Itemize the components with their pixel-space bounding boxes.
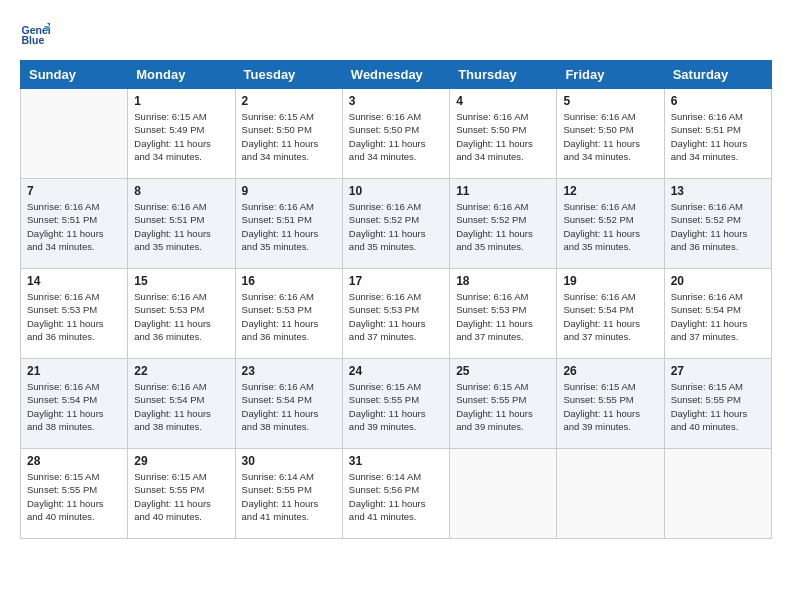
day-number: 13: [671, 184, 765, 198]
day-info: Sunrise: 6:16 AM Sunset: 5:53 PM Dayligh…: [242, 290, 336, 343]
day-info: Sunrise: 6:15 AM Sunset: 5:55 PM Dayligh…: [671, 380, 765, 433]
calendar-day-cell: 16Sunrise: 6:16 AM Sunset: 5:53 PM Dayli…: [235, 269, 342, 359]
day-info: Sunrise: 6:16 AM Sunset: 5:52 PM Dayligh…: [563, 200, 657, 253]
day-info: Sunrise: 6:15 AM Sunset: 5:55 PM Dayligh…: [349, 380, 443, 433]
day-info: Sunrise: 6:16 AM Sunset: 5:53 PM Dayligh…: [27, 290, 121, 343]
day-info: Sunrise: 6:15 AM Sunset: 5:55 PM Dayligh…: [563, 380, 657, 433]
day-info: Sunrise: 6:16 AM Sunset: 5:50 PM Dayligh…: [563, 110, 657, 163]
day-info: Sunrise: 6:16 AM Sunset: 5:54 PM Dayligh…: [242, 380, 336, 433]
logo: General Blue: [20, 20, 54, 50]
day-info: Sunrise: 6:15 AM Sunset: 5:49 PM Dayligh…: [134, 110, 228, 163]
day-number: 4: [456, 94, 550, 108]
calendar-day-cell: 18Sunrise: 6:16 AM Sunset: 5:53 PM Dayli…: [450, 269, 557, 359]
day-number: 1: [134, 94, 228, 108]
calendar-week-row: 28Sunrise: 6:15 AM Sunset: 5:55 PM Dayli…: [21, 449, 772, 539]
calendar-day-cell: 12Sunrise: 6:16 AM Sunset: 5:52 PM Dayli…: [557, 179, 664, 269]
calendar-day-cell: 27Sunrise: 6:15 AM Sunset: 5:55 PM Dayli…: [664, 359, 771, 449]
calendar-header-row: SundayMondayTuesdayWednesdayThursdayFrid…: [21, 61, 772, 89]
calendar-day-cell: 31Sunrise: 6:14 AM Sunset: 5:56 PM Dayli…: [342, 449, 449, 539]
day-number: 16: [242, 274, 336, 288]
day-number: 19: [563, 274, 657, 288]
calendar-day-cell: 3Sunrise: 6:16 AM Sunset: 5:50 PM Daylig…: [342, 89, 449, 179]
day-number: 10: [349, 184, 443, 198]
day-number: 8: [134, 184, 228, 198]
day-number: 18: [456, 274, 550, 288]
calendar-day-cell: 1Sunrise: 6:15 AM Sunset: 5:49 PM Daylig…: [128, 89, 235, 179]
page-header: General Blue: [20, 20, 772, 50]
day-number: 12: [563, 184, 657, 198]
day-number: 30: [242, 454, 336, 468]
calendar-day-cell: 4Sunrise: 6:16 AM Sunset: 5:50 PM Daylig…: [450, 89, 557, 179]
calendar-day-cell: 15Sunrise: 6:16 AM Sunset: 5:53 PM Dayli…: [128, 269, 235, 359]
day-of-week-header: Thursday: [450, 61, 557, 89]
calendar-day-cell: 23Sunrise: 6:16 AM Sunset: 5:54 PM Dayli…: [235, 359, 342, 449]
day-of-week-header: Monday: [128, 61, 235, 89]
calendar-day-cell: 22Sunrise: 6:16 AM Sunset: 5:54 PM Dayli…: [128, 359, 235, 449]
day-of-week-header: Saturday: [664, 61, 771, 89]
calendar-day-cell: 25Sunrise: 6:15 AM Sunset: 5:55 PM Dayli…: [450, 359, 557, 449]
day-number: 11: [456, 184, 550, 198]
day-info: Sunrise: 6:16 AM Sunset: 5:52 PM Dayligh…: [349, 200, 443, 253]
day-number: 31: [349, 454, 443, 468]
calendar-day-cell: [450, 449, 557, 539]
day-number: 29: [134, 454, 228, 468]
day-info: Sunrise: 6:16 AM Sunset: 5:54 PM Dayligh…: [134, 380, 228, 433]
day-info: Sunrise: 6:14 AM Sunset: 5:55 PM Dayligh…: [242, 470, 336, 523]
day-number: 25: [456, 364, 550, 378]
day-info: Sunrise: 6:15 AM Sunset: 5:55 PM Dayligh…: [134, 470, 228, 523]
calendar-day-cell: 19Sunrise: 6:16 AM Sunset: 5:54 PM Dayli…: [557, 269, 664, 359]
day-number: 20: [671, 274, 765, 288]
logo-icon: General Blue: [20, 20, 50, 50]
day-number: 27: [671, 364, 765, 378]
calendar-day-cell: 29Sunrise: 6:15 AM Sunset: 5:55 PM Dayli…: [128, 449, 235, 539]
calendar-day-cell: 14Sunrise: 6:16 AM Sunset: 5:53 PM Dayli…: [21, 269, 128, 359]
day-info: Sunrise: 6:16 AM Sunset: 5:53 PM Dayligh…: [456, 290, 550, 343]
day-info: Sunrise: 6:16 AM Sunset: 5:52 PM Dayligh…: [671, 200, 765, 253]
day-number: 21: [27, 364, 121, 378]
day-number: 24: [349, 364, 443, 378]
calendar-day-cell: 2Sunrise: 6:15 AM Sunset: 5:50 PM Daylig…: [235, 89, 342, 179]
day-number: 9: [242, 184, 336, 198]
calendar-day-cell: [557, 449, 664, 539]
day-info: Sunrise: 6:14 AM Sunset: 5:56 PM Dayligh…: [349, 470, 443, 523]
calendar-day-cell: 9Sunrise: 6:16 AM Sunset: 5:51 PM Daylig…: [235, 179, 342, 269]
day-info: Sunrise: 6:16 AM Sunset: 5:54 PM Dayligh…: [563, 290, 657, 343]
calendar-week-row: 7Sunrise: 6:16 AM Sunset: 5:51 PM Daylig…: [21, 179, 772, 269]
day-number: 7: [27, 184, 121, 198]
calendar-day-cell: 6Sunrise: 6:16 AM Sunset: 5:51 PM Daylig…: [664, 89, 771, 179]
day-info: Sunrise: 6:16 AM Sunset: 5:51 PM Dayligh…: [671, 110, 765, 163]
calendar-day-cell: 8Sunrise: 6:16 AM Sunset: 5:51 PM Daylig…: [128, 179, 235, 269]
day-info: Sunrise: 6:16 AM Sunset: 5:50 PM Dayligh…: [349, 110, 443, 163]
day-info: Sunrise: 6:16 AM Sunset: 5:51 PM Dayligh…: [27, 200, 121, 253]
calendar-day-cell: 21Sunrise: 6:16 AM Sunset: 5:54 PM Dayli…: [21, 359, 128, 449]
calendar-table: SundayMondayTuesdayWednesdayThursdayFrid…: [20, 60, 772, 539]
day-info: Sunrise: 6:15 AM Sunset: 5:55 PM Dayligh…: [456, 380, 550, 433]
day-of-week-header: Tuesday: [235, 61, 342, 89]
calendar-week-row: 1Sunrise: 6:15 AM Sunset: 5:49 PM Daylig…: [21, 89, 772, 179]
day-number: 6: [671, 94, 765, 108]
day-number: 17: [349, 274, 443, 288]
calendar-day-cell: 11Sunrise: 6:16 AM Sunset: 5:52 PM Dayli…: [450, 179, 557, 269]
day-info: Sunrise: 6:16 AM Sunset: 5:51 PM Dayligh…: [134, 200, 228, 253]
day-info: Sunrise: 6:16 AM Sunset: 5:50 PM Dayligh…: [456, 110, 550, 163]
day-of-week-header: Wednesday: [342, 61, 449, 89]
day-info: Sunrise: 6:16 AM Sunset: 5:54 PM Dayligh…: [27, 380, 121, 433]
day-number: 14: [27, 274, 121, 288]
calendar-day-cell: 20Sunrise: 6:16 AM Sunset: 5:54 PM Dayli…: [664, 269, 771, 359]
day-number: 15: [134, 274, 228, 288]
day-number: 5: [563, 94, 657, 108]
day-number: 26: [563, 364, 657, 378]
svg-text:Blue: Blue: [22, 34, 45, 46]
calendar-day-cell: [664, 449, 771, 539]
calendar-week-row: 21Sunrise: 6:16 AM Sunset: 5:54 PM Dayli…: [21, 359, 772, 449]
calendar-day-cell: 13Sunrise: 6:16 AM Sunset: 5:52 PM Dayli…: [664, 179, 771, 269]
day-number: 3: [349, 94, 443, 108]
day-info: Sunrise: 6:16 AM Sunset: 5:51 PM Dayligh…: [242, 200, 336, 253]
calendar-day-cell: 17Sunrise: 6:16 AM Sunset: 5:53 PM Dayli…: [342, 269, 449, 359]
calendar-day-cell: 28Sunrise: 6:15 AM Sunset: 5:55 PM Dayli…: [21, 449, 128, 539]
calendar-day-cell: 24Sunrise: 6:15 AM Sunset: 5:55 PM Dayli…: [342, 359, 449, 449]
day-number: 23: [242, 364, 336, 378]
calendar-week-row: 14Sunrise: 6:16 AM Sunset: 5:53 PM Dayli…: [21, 269, 772, 359]
calendar-day-cell: 30Sunrise: 6:14 AM Sunset: 5:55 PM Dayli…: [235, 449, 342, 539]
day-info: Sunrise: 6:16 AM Sunset: 5:54 PM Dayligh…: [671, 290, 765, 343]
